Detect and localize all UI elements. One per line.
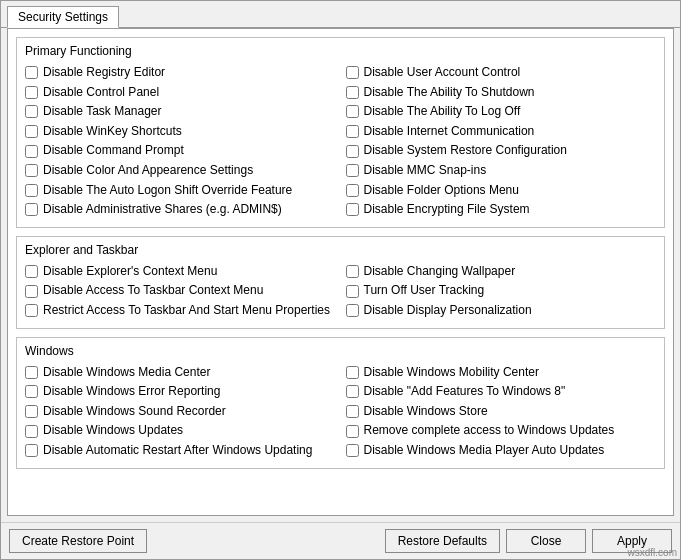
label-turn-off-tracking: Turn Off User Tracking <box>364 283 485 299</box>
list-item: Disable Windows Media Player Auto Update… <box>346 442 657 460</box>
list-item: Disable Windows Mobility Center <box>346 364 657 382</box>
checkbox-disable-encrypting[interactable] <box>346 203 359 216</box>
checkbox-disable-command-prompt[interactable] <box>25 145 38 158</box>
list-item: Disable Task Manager <box>25 103 336 121</box>
label-disable-task-manager: Disable Task Manager <box>43 104 162 120</box>
footer-left: Create Restore Point <box>9 529 147 553</box>
explorer-grid: Disable Explorer's Context Menu Disable … <box>25 263 656 320</box>
footer: Create Restore Point Restore Defaults Cl… <box>1 522 680 559</box>
list-item: Turn Off User Tracking <box>346 282 657 300</box>
label-disable-color: Disable Color And Appearence Settings <box>43 163 253 179</box>
list-item: Disable Internet Communication <box>346 123 657 141</box>
list-item: Disable System Restore Configuration <box>346 142 657 160</box>
label-disable-sound-recorder: Disable Windows Sound Recorder <box>43 404 226 420</box>
checkbox-disable-ability-shutdown[interactable] <box>346 86 359 99</box>
checkbox-disable-media-player-updates[interactable] <box>346 444 359 457</box>
checkbox-disable-admin-shares[interactable] <box>25 203 38 216</box>
checkbox-disable-media-center[interactable] <box>25 366 38 379</box>
watermark: wsxdfl.com <box>628 547 677 558</box>
checkbox-disable-wallpaper[interactable] <box>346 265 359 278</box>
list-item: Disable The Ability To Log Off <box>346 103 657 121</box>
checkbox-restrict-taskbar[interactable] <box>25 304 38 317</box>
checkbox-disable-system-restore[interactable] <box>346 145 359 158</box>
section-title-explorer: Explorer and Taskbar <box>25 243 656 257</box>
label-disable-display-personalization: Disable Display Personalization <box>364 303 532 319</box>
label-disable-taskbar-context: Disable Access To Taskbar Context Menu <box>43 283 263 299</box>
list-item: Disable The Ability To Shutdown <box>346 84 657 102</box>
checkbox-disable-task-manager[interactable] <box>25 105 38 118</box>
checkbox-disable-autologon[interactable] <box>25 184 38 197</box>
checkbox-disable-context-menu[interactable] <box>25 265 38 278</box>
list-item: Disable Access To Taskbar Context Menu <box>25 282 336 300</box>
list-item: Restrict Access To Taskbar And Start Men… <box>25 302 336 320</box>
list-item: Disable User Account Control <box>346 64 657 82</box>
checkbox-disable-sound-recorder[interactable] <box>25 405 38 418</box>
checkbox-disable-auto-restart[interactable] <box>25 444 38 457</box>
checkbox-disable-windows-updates[interactable] <box>25 425 38 438</box>
label-disable-autologon: Disable The Auto Logon Shift Override Fe… <box>43 183 292 199</box>
checkbox-disable-add-features[interactable] <box>346 385 359 398</box>
checkbox-disable-internet-comm[interactable] <box>346 125 359 138</box>
restore-defaults-button[interactable]: Restore Defaults <box>385 529 500 553</box>
create-restore-point-button[interactable]: Create Restore Point <box>9 529 147 553</box>
section-title-windows: Windows <box>25 344 656 358</box>
label-disable-command-prompt: Disable Command Prompt <box>43 143 184 159</box>
list-item: Disable MMC Snap-ins <box>346 162 657 180</box>
checkbox-disable-control-panel[interactable] <box>25 86 38 99</box>
checkbox-disable-mobility-center[interactable] <box>346 366 359 379</box>
label-disable-mmc: Disable MMC Snap-ins <box>364 163 487 179</box>
label-disable-ability-shutdown: Disable The Ability To Shutdown <box>364 85 535 101</box>
label-disable-system-restore: Disable System Restore Configuration <box>364 143 567 159</box>
checkbox-disable-winkey[interactable] <box>25 125 38 138</box>
section-windows: Windows Disable Windows Media Center Dis… <box>16 337 665 469</box>
checkbox-disable-user-account-control[interactable] <box>346 66 359 79</box>
list-item: Disable The Auto Logon Shift Override Fe… <box>25 182 336 200</box>
label-remove-updates-access: Remove complete access to Windows Update… <box>364 423 615 439</box>
checkbox-turn-off-tracking[interactable] <box>346 285 359 298</box>
checkbox-disable-registry-editor[interactable] <box>25 66 38 79</box>
list-item: Disable Color And Appearence Settings <box>25 162 336 180</box>
list-item: Disable WinKey Shortcuts <box>25 123 336 141</box>
label-disable-media-center: Disable Windows Media Center <box>43 365 210 381</box>
label-disable-ability-logoff: Disable The Ability To Log Off <box>364 104 521 120</box>
list-item: Disable Changing Wallpaper <box>346 263 657 281</box>
checkbox-disable-display-personalization[interactable] <box>346 304 359 317</box>
tab-security-settings[interactable]: Security Settings <box>7 6 119 28</box>
tab-bar: Security Settings <box>1 1 680 28</box>
checkbox-disable-error-reporting[interactable] <box>25 385 38 398</box>
list-item: Disable Windows Sound Recorder <box>25 403 336 421</box>
checkbox-disable-windows-store[interactable] <box>346 405 359 418</box>
label-disable-auto-restart: Disable Automatic Restart After Windows … <box>43 443 312 459</box>
section-title-primary: Primary Functioning <box>25 44 656 58</box>
close-button[interactable]: Close <box>506 529 586 553</box>
label-disable-mobility-center: Disable Windows Mobility Center <box>364 365 539 381</box>
checkbox-disable-ability-logoff[interactable] <box>346 105 359 118</box>
list-item: Disable Windows Updates <box>25 422 336 440</box>
list-item: Disable Automatic Restart After Windows … <box>25 442 336 460</box>
list-item: Disable Display Personalization <box>346 302 657 320</box>
label-disable-encrypting: Disable Encrypting File System <box>364 202 530 218</box>
checkbox-remove-updates-access[interactable] <box>346 425 359 438</box>
checkbox-disable-taskbar-context[interactable] <box>25 285 38 298</box>
list-item: Disable Windows Media Center <box>25 364 336 382</box>
list-item: Disable Folder Options Menu <box>346 182 657 200</box>
section-explorer-taskbar: Explorer and Taskbar Disable Explorer's … <box>16 236 665 329</box>
checkbox-disable-folder-options[interactable] <box>346 184 359 197</box>
list-item: Disable Command Prompt <box>25 142 336 160</box>
label-disable-user-account-control: Disable User Account Control <box>364 65 521 81</box>
list-item: Remove complete access to Windows Update… <box>346 422 657 440</box>
label-disable-add-features: Disable "Add Features To Windows 8" <box>364 384 566 400</box>
windows-grid: Disable Windows Media Center Disable Win… <box>25 364 656 460</box>
list-item: Disable Control Panel <box>25 84 336 102</box>
label-disable-context-menu: Disable Explorer's Context Menu <box>43 264 217 280</box>
list-item: Disable Windows Store <box>346 403 657 421</box>
content-area: Primary Functioning Disable Registry Edi… <box>7 28 674 516</box>
label-disable-internet-comm: Disable Internet Communication <box>364 124 535 140</box>
label-disable-media-player-updates: Disable Windows Media Player Auto Update… <box>364 443 605 459</box>
checkbox-disable-color[interactable] <box>25 164 38 177</box>
list-item: Disable "Add Features To Windows 8" <box>346 383 657 401</box>
list-item: Disable Administrative Shares (e.g. ADMI… <box>25 201 336 219</box>
label-disable-error-reporting: Disable Windows Error Reporting <box>43 384 220 400</box>
checkbox-disable-mmc[interactable] <box>346 164 359 177</box>
label-disable-winkey: Disable WinKey Shortcuts <box>43 124 182 140</box>
